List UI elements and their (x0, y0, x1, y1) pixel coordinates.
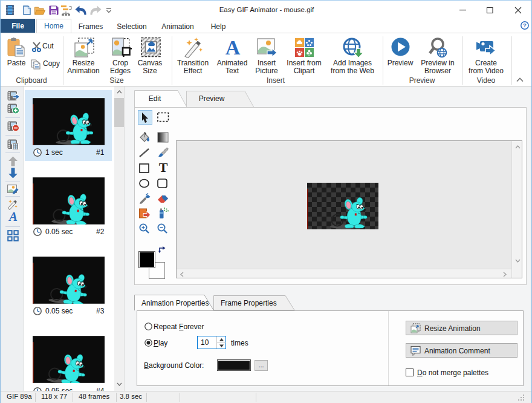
svg-text:?: ? (523, 22, 527, 28)
